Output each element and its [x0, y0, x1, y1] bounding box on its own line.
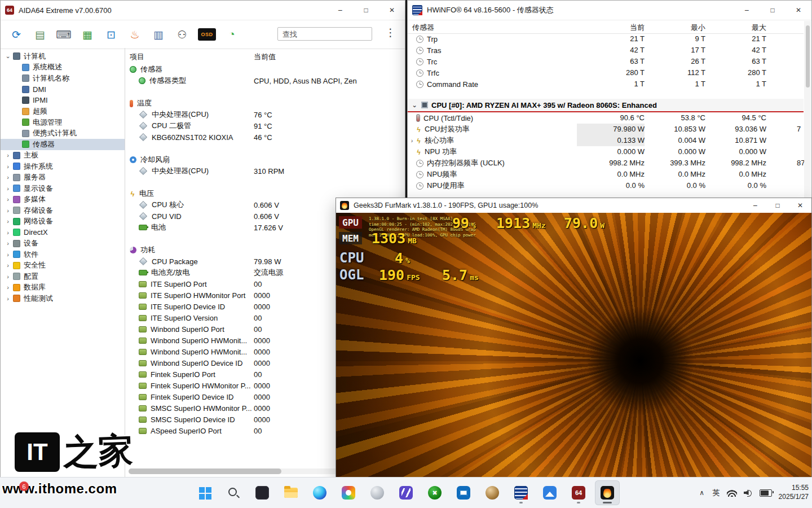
tree-item[interactable]: 系统概述 — [1, 62, 125, 73]
taskbar-button-start[interactable] — [192, 480, 217, 505]
taskbar-button-xbox[interactable] — [422, 480, 447, 505]
taskbar-button-app-bronze[interactable] — [480, 480, 505, 505]
input-language-indicator[interactable]: 英 — [713, 488, 720, 498]
hwinfo-row[interactable]: › 核心功率 0.133 W 0.004 W 10.871 W — [408, 135, 804, 146]
sensor-row[interactable]: 传感器类型 CPU, HDD, Asus NB ACPI, Zen — [125, 75, 405, 86]
display-icon[interactable]: ⊡ — [103, 27, 119, 42]
tree-item[interactable]: › 主板 — [1, 150, 125, 161]
hwinfo-row[interactable]: Trp 21 T 9 T 21 T — [408, 33, 804, 45]
search-input[interactable] — [277, 27, 372, 41]
hwinfo-row[interactable]: NPU 功率 0.000 W 0.000 W 0.000 W — [408, 146, 804, 157]
sensor-row[interactable]: 传感器 — [125, 64, 405, 75]
gauge-icon[interactable]: ◔ — [224, 27, 240, 42]
wifi-icon[interactable] — [727, 489, 737, 497]
taskbar-button-photos[interactable] — [336, 480, 361, 505]
hwinfo-row[interactable]: 内存控制器频率 (UCLK) 998.2 MHz 399.3 MHz 998.2… — [408, 157, 804, 169]
chevron-down-icon[interactable]: ⌄ — [411, 102, 418, 109]
minimize-button[interactable] — [327, 1, 353, 20]
burn-icon[interactable]: ♨ — [127, 27, 143, 42]
chevron-right-icon[interactable]: › — [4, 174, 12, 181]
tree-item[interactable]: 计算机名称 — [1, 73, 125, 84]
tray-chevron-icon[interactable] — [698, 489, 706, 497]
tree-item[interactable]: 便携式计算机 — [1, 128, 125, 139]
tree-item[interactable]: 超频 — [1, 106, 125, 117]
furmark-titlebar[interactable]: Geeks3D FurMark v1.38.1.0 - 190FPS, GPU1… — [336, 198, 811, 213]
tree-item[interactable]: › 软件 — [1, 249, 125, 260]
chevron-right-icon[interactable]: › — [4, 295, 12, 302]
chevron-right-icon[interactable]: › — [4, 185, 12, 192]
chevron-right-icon[interactable]: › — [408, 137, 416, 144]
maximize-button[interactable] — [760, 1, 785, 20]
battery-icon[interactable] — [760, 489, 772, 497]
sensor-row[interactable]: 中央处理器(CPU) 76 °C — [125, 109, 405, 120]
tree-item[interactable]: › 显示设备 — [1, 183, 125, 194]
sensor-section-header[interactable]: ⌄ CPU [#0]: AMD RYZEN AI MAX+ 395 w/ Rad… — [408, 99, 804, 112]
hwinfo-row[interactable]: Command Rate 1 T 1 T 1 T — [408, 78, 804, 90]
chevron-right-icon[interactable]: › — [4, 196, 12, 203]
chevron-right-icon[interactable]: › — [4, 207, 12, 214]
taskbar-button-app-purple[interactable] — [394, 480, 418, 505]
users-icon[interactable]: ⚇ — [174, 27, 190, 42]
chevron-right-icon[interactable]: › — [4, 229, 12, 236]
tree-item[interactable]: IPMI — [1, 95, 125, 106]
taskbar-button-copilot[interactable] — [365, 480, 390, 505]
chevron-right-icon[interactable]: › — [4, 284, 12, 291]
chevron-right-icon[interactable]: › — [4, 152, 12, 159]
hwinfo-row[interactable]: NPU频率 0.0 MHz 0.0 MHz 0.0 MHz — [408, 169, 804, 180]
menu-kebab-icon[interactable]: ⋮ — [385, 26, 396, 39]
sensor-row[interactable]: 冷却风扇 — [125, 154, 405, 165]
chevron-right-icon[interactable]: › — [4, 163, 12, 170]
sensor-row[interactable]: 温度 — [125, 98, 405, 109]
report-icon[interactable]: ▤ — [32, 27, 48, 42]
tree-item[interactable]: ⌄ 计算机 — [1, 51, 125, 62]
taskbar-button-outlook[interactable] — [451, 480, 476, 505]
hwinfo-row[interactable]: Trfc 280 T 112 T 280 T — [408, 67, 804, 78]
chevron-right-icon[interactable]: › — [4, 218, 12, 225]
tree-item[interactable]: › DirectX — [1, 227, 125, 238]
schedule-icon[interactable]: ▥ — [151, 27, 166, 42]
hwinfo-titlebar[interactable]: HWiNFO® 64 v8.16-5600 - 传感器状态 — [408, 1, 811, 20]
volume-icon[interactable] — [744, 489, 753, 497]
clock[interactable]: 15:55 2025/1/27 — [779, 484, 809, 501]
taskbar-button-app-blue[interactable] — [537, 480, 562, 505]
minimize-button[interactable] — [744, 198, 766, 213]
tree-item[interactable]: › 服务器 — [1, 172, 125, 183]
tree-item[interactable]: › 数据库 — [1, 282, 125, 294]
taskbar-button-hwinfo[interactable] — [509, 480, 533, 505]
refresh-icon[interactable]: ⟳ — [8, 27, 24, 42]
sensor-row[interactable]: CPU 二极管 91 °C — [125, 120, 405, 132]
tree-item[interactable]: › 设备 — [1, 238, 125, 249]
taskbar-button-app-dark[interactable] — [250, 480, 275, 505]
hwinfo-row[interactable]: CPU封装功率 79.980 W 10.853 W 93.036 W 7 — [408, 124, 804, 135]
chevron-right-icon[interactable]: › — [4, 262, 12, 269]
tree-item[interactable]: › 多媒体 — [1, 194, 125, 205]
tree-item[interactable]: 传感器 — [1, 139, 125, 150]
taskbar-button-aida64[interactable]: 64 — [566, 480, 591, 505]
aida64-titlebar[interactable]: AIDA64 Extreme v7.00.6700 — [1, 1, 405, 20]
tree-item[interactable]: › 性能测试 — [1, 293, 125, 304]
tree-item[interactable]: › 存储设备 — [1, 205, 125, 216]
close-button[interactable] — [379, 1, 405, 20]
chevron-right-icon[interactable]: › — [4, 240, 12, 247]
close-button[interactable] — [785, 1, 811, 20]
taskbar-button-edge[interactable] — [307, 480, 332, 505]
chevron-right-icon[interactable]: › — [4, 251, 12, 258]
scrollbar-thumb[interactable] — [806, 25, 810, 87]
tree-item[interactable]: › 配置 — [1, 271, 125, 282]
tree-item[interactable]: › 网络设备 — [1, 216, 125, 227]
tree-item[interactable]: DMI — [1, 84, 125, 95]
close-button[interactable] — [789, 198, 811, 213]
hwinfo-row[interactable]: Tras 42 T 17 T 42 T — [408, 45, 804, 56]
maximize-button[interactable] — [353, 1, 379, 20]
memory-icon[interactable]: ▦ — [80, 27, 95, 42]
sensor-row[interactable]: 中央处理器(CPU) 310 RPM — [125, 165, 405, 177]
hwinfo-row[interactable]: CPU (Tctl/Tdie) 90.6 °C 53.8 °C 94.5 °C — [408, 112, 804, 124]
minimize-button[interactable] — [734, 1, 760, 20]
maximize-button[interactable] — [766, 198, 789, 213]
hwinfo-row[interactable]: Trc 63 T 26 T 63 T — [408, 56, 804, 67]
taskbar-button-search[interactable] — [221, 480, 246, 505]
chevron-down-icon[interactable]: ⌄ — [4, 52, 12, 60]
chevron-right-icon[interactable]: › — [4, 273, 12, 280]
tree-item[interactable]: 电源管理 — [1, 117, 125, 128]
taskbar-button-explorer[interactable] — [279, 480, 303, 505]
